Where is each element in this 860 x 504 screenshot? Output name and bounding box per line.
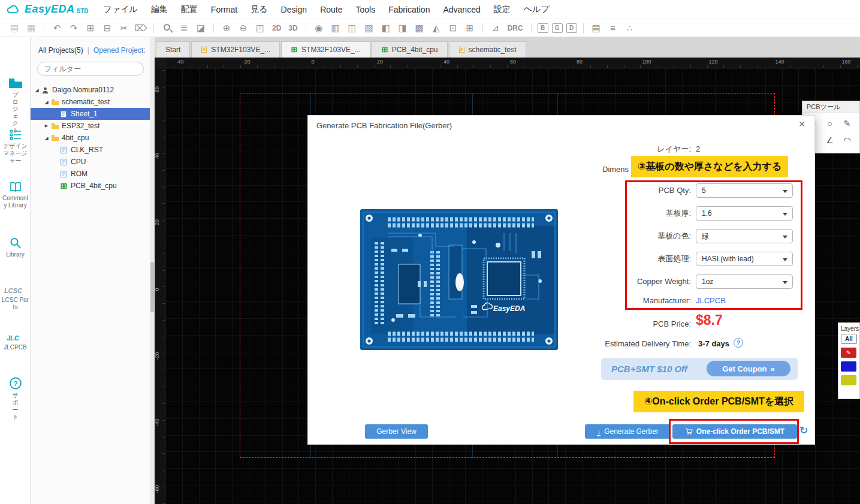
ruler-tick: -40 <box>154 415 161 430</box>
menu-tools[interactable]: Tools <box>349 5 382 14</box>
rail-item-lcsc-parts[interactable]: LCSC LCSC Parts <box>0 286 31 311</box>
tab-start[interactable]: Start <box>156 41 190 58</box>
arc-tool-icon[interactable]: ◠ <box>838 132 856 149</box>
board-color-select[interactable]: 緑 <box>696 229 793 243</box>
track-tool-icon[interactable]: ◉ <box>312 22 326 35</box>
photo-view-icon[interactable]: ▤ <box>589 22 603 35</box>
board-layer-g-icon[interactable]: G <box>552 23 563 33</box>
all-projects-link[interactable]: All Projects(5) <box>38 46 83 55</box>
view-3d-button[interactable]: 3D <box>288 24 297 32</box>
panelize-icon[interactable]: ⊡ <box>446 22 460 35</box>
tab-stm32-schematic[interactable]: STM32F103VE_... <box>191 41 280 58</box>
scrollbar-thumb[interactable] <box>150 262 154 312</box>
copy-icon[interactable]: ⊞ <box>83 22 98 35</box>
delete-icon[interactable]: ⌦ <box>134 22 148 35</box>
get-coupon-button[interactable]: Get Coupon » <box>707 361 790 376</box>
surface-finish-select[interactable]: HASL(with lead) <box>696 252 793 266</box>
menu-file[interactable]: ファイル <box>97 4 144 15</box>
tree-item-label: schematic_test <box>62 98 110 106</box>
rail-item-library[interactable]: Library <box>0 237 31 258</box>
expanded-icon[interactable]: ◢ <box>34 87 40 93</box>
collapsed-icon[interactable]: ▶ <box>43 123 50 128</box>
text-tool-icon[interactable]: ✎ <box>838 115 856 132</box>
rail-item-project[interactable]: プロジェクト <box>0 77 31 134</box>
rect-fill-icon[interactable]: ◧ <box>379 22 393 35</box>
menu-help[interactable]: ヘルプ <box>517 4 556 15</box>
expanded-icon[interactable]: ◢ <box>43 99 50 105</box>
menu-settings[interactable]: 設定 <box>487 4 517 15</box>
tab-pcb-4bit-cpu[interactable]: PCB_4bit_cpu <box>372 41 448 58</box>
save-icon[interactable]: ▤ <box>7 22 22 35</box>
tree-item-rom[interactable]: ROM <box>31 168 150 180</box>
eraser-icon[interactable]: ◪ <box>194 22 208 35</box>
copper-weight-select[interactable]: 1oz <box>696 274 793 289</box>
menu-place[interactable]: 配置 <box>174 4 204 15</box>
circle-tool-icon[interactable]: ○ <box>821 115 838 132</box>
help-icon[interactable]: ? <box>734 338 743 348</box>
tree-item-sheet-1[interactable]: Sheet_1 <box>31 108 150 120</box>
menu-edit[interactable]: 編集 <box>144 4 174 15</box>
rail-item-design-manager[interactable]: デザインマネージャー <box>0 129 31 164</box>
tree-item-schematic-test[interactable]: ◢ schematic_test <box>31 96 150 108</box>
zoom-in-icon[interactable]: ⊕ <box>219 22 234 35</box>
opened-project-link[interactable]: Opened Project: <box>93 46 146 55</box>
layers-all-button[interactable]: All <box>841 334 857 344</box>
menu-format[interactable]: Format <box>204 5 244 14</box>
menu-view[interactable]: 見る <box>244 4 274 15</box>
tree-item-cpu[interactable]: CPU <box>31 156 150 168</box>
line-tool-icon[interactable]: ∠ <box>821 132 838 149</box>
cutout-icon[interactable]: ◨ <box>396 22 410 35</box>
refresh-icon[interactable]: ↻ <box>799 424 808 437</box>
top-layer-swatch[interactable]: ✎ <box>841 348 856 358</box>
paste-icon[interactable]: ⊟ <box>100 22 114 35</box>
tree-item-esp32-test[interactable]: ▶ ESP32_test <box>31 120 150 132</box>
copper-area-icon[interactable]: ▧ <box>362 22 376 35</box>
zoom-fit-icon[interactable]: ◰ <box>253 22 267 35</box>
search-icon[interactable] <box>164 24 170 31</box>
pcb-tools-title[interactable]: PCBツール <box>802 101 859 113</box>
gerber-view-button[interactable]: Gerber View <box>365 424 428 439</box>
rail-item-support[interactable]: ? サポート <box>0 376 31 421</box>
cut-icon[interactable]: ✂ <box>117 22 131 35</box>
pcb-qty-select[interactable]: 5 <box>696 183 793 198</box>
bottom-layer-swatch[interactable] <box>841 361 856 372</box>
board-layer-b-icon[interactable]: B <box>538 23 548 33</box>
tree-item-4bit-cpu[interactable]: ◢ 4bit_cpu <box>31 132 150 144</box>
undo-icon[interactable]: ↶ <box>50 22 64 35</box>
one-click-order-button[interactable]: One-click Order PCB/SMT <box>672 424 797 439</box>
tree-item-clk-rst[interactable]: CLK_RST <box>31 144 150 156</box>
view-2d-button[interactable]: 2D <box>272 24 281 32</box>
redo-icon[interactable]: ↷ <box>67 22 81 35</box>
rail-item-jlcpcb[interactable]: JLC JLCPCB <box>0 333 31 351</box>
drc-button[interactable]: DRC <box>508 24 523 32</box>
board-layer-d-icon[interactable]: D <box>566 23 577 33</box>
tab-schematic-test[interactable]: schematic_test <box>449 41 526 58</box>
zoom-out-icon[interactable]: ⊖ <box>236 22 251 35</box>
filter-input[interactable] <box>37 62 144 76</box>
export-image-icon[interactable]: ▦ <box>24 22 38 35</box>
via-tool-icon[interactable]: ◫ <box>345 22 360 35</box>
pad-tool-icon[interactable]: ▥ <box>328 22 343 35</box>
board-thickness-select[interactable]: 1.6 <box>696 206 793 221</box>
filter-icon[interactable]: ≣ <box>177 22 191 35</box>
grid-table-icon[interactable]: ⊞ <box>463 22 477 35</box>
silk-layer-swatch[interactable] <box>841 375 856 385</box>
rail-item-commonly-library[interactable]: Commonly Library <box>0 181 31 209</box>
expanded-icon[interactable]: ◢ <box>43 135 50 141</box>
teardrop-icon[interactable]: ◭ <box>429 22 443 35</box>
generate-gerber-button[interactable]: ↓ Generate Gerber <box>585 424 671 439</box>
tab-stm32-pcb[interactable]: STM32F103VE_... <box>281 41 370 58</box>
menu-design[interactable]: Design <box>274 5 314 14</box>
manufacturer-link[interactable]: JLCPCB <box>696 296 726 305</box>
drc-icon[interactable]: ⊿ <box>488 22 503 35</box>
layer-manager-icon[interactable]: ≡ <box>606 22 620 35</box>
menu-advanced[interactable]: Advanced <box>436 5 487 14</box>
plane-icon[interactable]: ▩ <box>412 22 427 35</box>
close-icon[interactable]: × <box>795 118 808 131</box>
tree-item-user[interactable]: ◢ Daigo.Nomura0112 <box>31 84 150 96</box>
tree-item-pcb-4bit-cpu[interactable]: PCB_4bit_cpu <box>31 180 150 192</box>
easyeda-logo[interactable]: EasyEDA STD <box>0 3 97 16</box>
share-icon[interactable]: ∴ <box>623 22 637 35</box>
menu-route[interactable]: Route <box>313 5 349 14</box>
menu-fabrication[interactable]: Fabrication <box>382 5 436 14</box>
